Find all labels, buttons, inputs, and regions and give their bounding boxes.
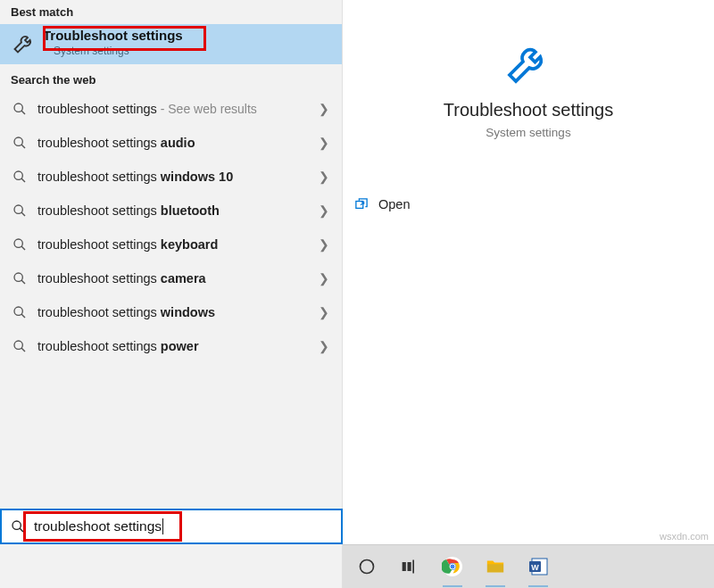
svg-rect-21 — [408, 562, 411, 571]
search-icon — [12, 170, 27, 184]
svg-point-14 — [14, 341, 22, 349]
search-icon — [12, 271, 27, 286]
web-result-label: troubleshoot settings bluetooth — [37, 203, 319, 218]
svg-line-15 — [21, 348, 25, 352]
cortana-circle-icon[interactable] — [355, 555, 378, 578]
chevron-right-icon: ❯ — [319, 339, 329, 353]
chevron-right-icon: ❯ — [319, 102, 329, 116]
web-result-label: troubleshoot settings power — [37, 339, 319, 353]
best-match-text: Troubleshoot settings System settings — [43, 28, 183, 57]
svg-point-10 — [14, 273, 22, 281]
search-icon — [11, 519, 25, 534]
open-action[interactable]: Open — [343, 191, 714, 218]
svg-point-0 — [14, 104, 22, 112]
search-icon — [12, 237, 27, 252]
text-cursor — [162, 518, 163, 534]
svg-point-4 — [14, 171, 22, 179]
web-result-label: troubleshoot settings windows — [37, 305, 319, 319]
open-label: Open — [378, 197, 410, 211]
web-result-label: troubleshoot settings windows 10 — [37, 170, 319, 184]
search-icon — [12, 136, 27, 150]
chevron-right-icon: ❯ — [319, 170, 329, 184]
preview-header: Troubleshoot settings System settings — [343, 0, 714, 139]
chevron-right-icon: ❯ — [319, 136, 329, 150]
chevron-right-icon: ❯ — [319, 203, 329, 218]
web-result-label: troubleshoot settings audio — [37, 136, 319, 150]
preview-subtitle: System settings — [343, 126, 714, 139]
best-match-subtitle: System settings — [43, 45, 183, 57]
chrome-icon[interactable] — [441, 555, 464, 578]
svg-point-8 — [14, 239, 22, 247]
watermark: wsxdn.com — [660, 531, 709, 542]
preview-title: Troubleshoot settings — [343, 100, 714, 120]
web-results-list: troubleshoot settings - See web results❯… — [0, 92, 342, 363]
search-icon — [12, 339, 27, 353]
svg-text:W: W — [531, 563, 539, 572]
chevron-right-icon: ❯ — [319, 305, 329, 319]
web-result-item[interactable]: troubleshoot settings power❯ — [0, 329, 342, 363]
preview-panel: Troubleshoot settings System settings Op… — [343, 0, 714, 544]
svg-line-5 — [21, 178, 25, 182]
search-icon — [12, 305, 27, 319]
web-result-item[interactable]: troubleshoot settings keyboard❯ — [0, 228, 342, 261]
open-icon — [355, 198, 369, 211]
svg-point-2 — [14, 137, 22, 145]
web-result-label: troubleshoot settings camera — [37, 271, 319, 286]
svg-point-12 — [14, 307, 22, 315]
best-match-header: Best match — [0, 0, 342, 24]
svg-line-17 — [20, 528, 23, 532]
best-match-item[interactable]: Troubleshoot settings System settings — [0, 24, 342, 64]
svg-line-11 — [21, 280, 25, 284]
search-icon — [12, 203, 27, 218]
web-result-item[interactable]: troubleshoot settings bluetooth❯ — [0, 194, 342, 228]
web-result-item[interactable]: troubleshoot settings windows 10❯ — [0, 160, 342, 194]
svg-line-9 — [21, 246, 25, 250]
web-result-item[interactable]: troubleshoot settings windows❯ — [0, 295, 342, 329]
file-explorer-icon[interactable] — [484, 555, 507, 578]
svg-line-1 — [21, 111, 25, 114]
wrench-large-icon — [503, 37, 553, 87]
wrench-icon — [11, 29, 37, 56]
web-result-label: troubleshoot settings keyboard — [37, 237, 319, 252]
search-icon — [12, 102, 27, 116]
svg-line-3 — [21, 145, 25, 148]
svg-rect-22 — [412, 560, 414, 574]
best-match-title: Troubleshoot settings — [43, 28, 183, 43]
web-result-item[interactable]: troubleshoot settings camera❯ — [0, 261, 342, 295]
search-web-header: Search the web — [0, 64, 342, 92]
svg-line-13 — [21, 314, 25, 318]
search-results-panel: Best match Troubleshoot settings System … — [0, 0, 343, 588]
svg-rect-20 — [403, 562, 406, 571]
search-input[interactable]: troubleshoot settings — [0, 509, 343, 544]
task-view-icon[interactable] — [398, 555, 421, 578]
web-result-item[interactable]: troubleshoot settings - See web results❯ — [0, 92, 342, 126]
chevron-right-icon: ❯ — [319, 271, 329, 286]
svg-point-19 — [361, 560, 374, 574]
web-result-label: troubleshoot settings - See web results — [37, 102, 319, 116]
svg-line-7 — [21, 212, 25, 216]
svg-point-6 — [14, 205, 22, 213]
chevron-right-icon: ❯ — [319, 237, 329, 252]
word-icon[interactable]: W — [527, 555, 550, 578]
taskbar: W — [343, 544, 714, 588]
search-input-value: troubleshoot settings — [34, 518, 162, 534]
svg-point-16 — [12, 521, 21, 529]
web-result-item[interactable]: troubleshoot settings audio❯ — [0, 126, 342, 160]
